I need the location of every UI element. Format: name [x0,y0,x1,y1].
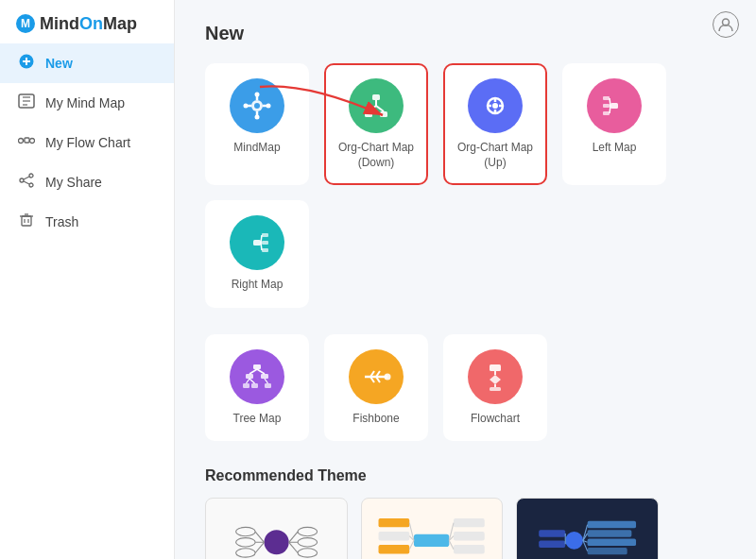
svg-rect-79 [490,364,501,371]
fishbone-icon [349,349,404,404]
svg-line-70 [247,379,250,383]
map-card-tree-map[interactable]: Tree Map [205,334,309,442]
tree-map-icon [230,349,284,404]
svg-rect-38 [380,111,387,117]
svg-point-11 [30,139,35,144]
map-card-mindmap[interactable]: MindMap [205,63,309,185]
svg-point-88 [298,527,318,535]
map-card-flowchart[interactable]: Flowchart [443,334,547,442]
svg-line-59 [261,235,262,243]
svg-point-14 [29,174,33,178]
svg-point-35 [266,104,271,109]
logo-on: On [79,14,103,33]
sidebar-item-new[interactable]: New [0,43,174,83]
svg-rect-64 [261,374,268,379]
map-card-org-chart-up[interactable]: Org-Chart Map (Up) [443,63,547,185]
share-nav-icon [17,173,36,192]
map-types-row1: MindMap Org-Chart Map(Down) Org-Chart Ma… [205,63,726,308]
svg-rect-19 [22,216,31,226]
svg-line-68 [249,369,257,374]
svg-rect-97 [414,534,449,547]
sidebar: M MindOnMap New My Mind Map My Flow Char… [0,0,175,559]
map-card-fishbone[interactable]: Fishbone [324,334,428,442]
theme-card-1[interactable] [205,498,348,559]
sidebar-label-new: New [45,56,73,71]
svg-marker-80 [490,375,501,384]
map-card-left-map[interactable]: Left Map [562,63,666,185]
logo-icon: M [15,13,36,34]
svg-point-86 [235,538,255,547]
map-types-row2: Tree Map Fishbone Flowchart [205,334,726,442]
svg-rect-67 [265,383,271,388]
map-label-org-chart-down: Org-Chart Map(Down) [338,141,414,170]
svg-rect-57 [262,241,268,245]
svg-rect-101 [454,518,485,527]
svg-line-109 [450,540,455,549]
svg-point-85 [235,527,255,535]
svg-line-106 [410,540,415,549]
flowchart-icon [468,349,523,404]
svg-line-115 [583,525,588,541]
map-label-fishbone: Fishbone [352,412,399,427]
svg-point-87 [235,549,255,557]
theme-card-3[interactable] [516,498,659,559]
svg-rect-103 [454,545,485,553]
sidebar-item-my-mind-map[interactable]: My Mind Map [0,83,174,123]
theme-3-svg [521,505,654,559]
svg-line-71 [249,379,255,383]
svg-line-61 [261,243,262,250]
svg-rect-81 [490,387,501,391]
svg-rect-62 [253,364,261,369]
svg-line-93 [255,542,264,552]
svg-rect-51 [603,111,610,115]
org-chart-up-icon [468,78,523,133]
svg-rect-65 [243,383,249,388]
recommended-theme-title: Recommended Theme [205,467,726,484]
map-card-right-map[interactable]: Right Map [205,200,309,308]
svg-point-110 [565,532,583,550]
main-content: New MindMap Org-Chart Map(Down) [175,0,756,559]
sidebar-item-my-flow-chart[interactable]: My Flow Chart [0,123,174,162]
svg-line-96 [288,542,297,552]
svg-point-47 [492,103,498,109]
svg-rect-111 [588,521,636,528]
logo: M MindOnMap [0,0,174,43]
svg-point-90 [298,549,318,557]
svg-rect-50 [603,104,610,108]
sidebar-label-my-share: My Share [45,175,102,190]
svg-line-17 [24,177,29,179]
theme-grid [205,498,659,559]
svg-point-32 [255,93,260,97]
sidebar-item-trash[interactable]: Trash [0,202,174,242]
plus-icon [17,54,36,73]
map-card-org-chart-down[interactable]: Org-Chart Map(Down) [324,63,428,185]
map-label-left-map: Left Map [593,141,637,156]
svg-point-16 [20,178,24,182]
mindmap-nav-icon [17,93,36,112]
recommended-theme-section: Recommended Theme [205,467,726,559]
sidebar-item-my-share[interactable]: My Share [0,162,174,202]
svg-rect-99 [379,532,410,540]
org-chart-down-icon [349,78,404,133]
theme-2-svg [365,505,498,559]
flowchart-nav-icon [17,133,36,152]
logo-mind: Mind [40,14,79,33]
map-label-mindmap: MindMap [233,141,280,156]
svg-point-34 [244,104,249,109]
svg-rect-112 [588,530,632,536]
svg-line-41 [376,106,384,111]
svg-rect-100 [379,545,410,553]
user-icon[interactable] [713,11,739,38]
theme-1-svg [210,505,343,559]
svg-line-94 [288,532,297,542]
theme-card-2[interactable] [361,498,504,559]
svg-point-33 [255,115,260,120]
svg-point-89 [298,538,318,547]
svg-point-84 [264,530,288,554]
logo-map: Map [103,14,137,33]
svg-line-91 [255,532,264,542]
map-label-flowchart: Flowchart [471,412,520,427]
svg-rect-58 [262,248,268,252]
svg-line-72 [265,379,268,383]
svg-point-15 [29,183,33,187]
